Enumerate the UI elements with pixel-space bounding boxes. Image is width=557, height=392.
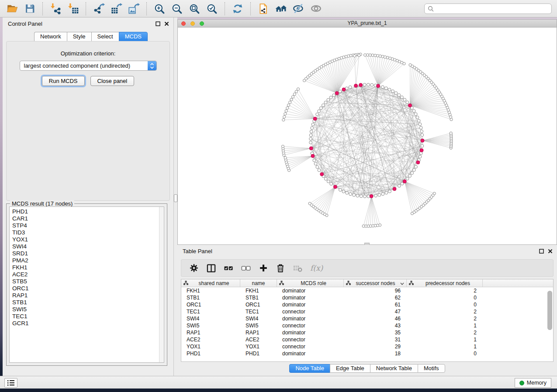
table-row[interactable]: ORC1ORC1dominator610: [181, 301, 553, 308]
tab-mcds[interactable]: MCDS: [119, 32, 148, 41]
zoom-selected-icon[interactable]: [205, 2, 219, 15]
zoom-in-icon[interactable]: [152, 2, 166, 15]
deselect-all-icon[interactable]: [241, 263, 251, 273]
search-box: [424, 3, 552, 14]
export-image-icon[interactable]: [127, 2, 141, 15]
window-zoom-icon[interactable]: [200, 21, 204, 26]
table-row[interactable]: SWI4SWI4dominator462: [181, 315, 553, 322]
float-panel-icon[interactable]: [539, 248, 544, 255]
table-cell: 96: [344, 288, 407, 294]
tab-network-table[interactable]: Network Table: [370, 364, 418, 373]
table-cell: 61: [344, 302, 407, 308]
show-eye-icon[interactable]: [309, 2, 323, 15]
export-network-icon[interactable]: [92, 2, 106, 15]
zoom-fit-icon[interactable]: [187, 2, 201, 15]
list-item[interactable]: PHD1: [12, 208, 164, 215]
home-icon[interactable]: [274, 2, 288, 15]
tab-node-table[interactable]: Node Table: [289, 364, 330, 373]
table-row[interactable]: YOX1YOX1connector291: [181, 343, 553, 350]
import-network-icon[interactable]: [48, 2, 62, 15]
list-item[interactable]: YOX1: [12, 236, 164, 243]
table-row[interactable]: FKH1FKH1dominator962: [181, 287, 553, 294]
gear-icon[interactable]: [189, 263, 199, 273]
splitter-handle[interactable]: [174, 194, 177, 202]
float-panel-icon[interactable]: [156, 21, 160, 28]
function-builder-icon[interactable]: f(x): [310, 264, 323, 272]
network-window-titlebar[interactable]: YPA_prune.txt_1: [178, 20, 557, 28]
export-table-icon[interactable]: [109, 2, 123, 15]
table-row[interactable]: RAP1RAP1dominator352: [181, 329, 553, 336]
task-history-button[interactable]: [4, 378, 17, 388]
search-input[interactable]: [436, 6, 548, 12]
column-header-name[interactable]: name: [240, 279, 277, 287]
tab-edge-table[interactable]: Edge Table: [330, 364, 370, 373]
optimization-criterion-select[interactable]: largest connected component (undirected): [20, 61, 157, 71]
split-columns-icon[interactable]: [206, 263, 216, 273]
scrollbar-thumb[interactable]: [547, 291, 552, 330]
delete-table-icon[interactable]: [293, 263, 303, 273]
close-panel-icon[interactable]: [548, 248, 553, 255]
column-header-shared-name[interactable]: shared name: [181, 279, 240, 287]
tab-network[interactable]: Network: [34, 32, 67, 41]
list-item[interactable]: ACE2: [12, 271, 164, 278]
table-row[interactable]: ACE2ACE2connector311: [181, 336, 553, 343]
mcds-list-scrollbar[interactable]: [159, 207, 164, 362]
hide-eye-icon[interactable]: [291, 2, 305, 15]
run-mcds-button[interactable]: Run MCDS: [42, 76, 85, 86]
table-row[interactable]: STB1STB1dominator620: [181, 294, 553, 301]
list-item[interactable]: FKH1: [12, 264, 164, 271]
list-item[interactable]: TID3: [12, 229, 164, 236]
zoom-out-icon[interactable]: [170, 2, 184, 15]
delete-column-icon[interactable]: [276, 263, 285, 273]
list-item[interactable]: STB5: [12, 278, 164, 285]
panel-splitter[interactable]: [174, 17, 177, 376]
memory-button[interactable]: Memory: [515, 378, 551, 388]
refresh-icon[interactable]: [231, 2, 245, 15]
add-column-icon[interactable]: [259, 263, 268, 273]
table-tabs: Node TableEdge TableNetwork TableMotifs: [177, 364, 557, 373]
list-item[interactable]: CAR1: [12, 215, 164, 222]
tab-style[interactable]: Style: [67, 32, 91, 41]
list-item[interactable]: SRD1: [12, 250, 164, 257]
table-cell: connector: [277, 323, 344, 329]
table-cell: dominator: [277, 302, 344, 308]
table-cell: PHD1: [181, 351, 240, 357]
network-window: YPA_prune.txt_1: [177, 19, 557, 245]
table-cell: 1: [407, 337, 483, 343]
select-all-icon[interactable]: [224, 263, 234, 273]
tab-motifs[interactable]: Motifs: [418, 364, 445, 373]
table-cell: 62: [344, 295, 407, 301]
list-item[interactable]: STP4: [12, 222, 164, 229]
list-item[interactable]: ORC1: [12, 285, 164, 292]
save-icon[interactable]: [23, 2, 37, 15]
table-row[interactable]: TEC1TEC1connector472: [181, 308, 553, 315]
window-minimize-icon[interactable]: [190, 21, 195, 26]
list-item[interactable]: PMA2: [12, 257, 164, 264]
list-item[interactable]: GCR1: [12, 320, 164, 327]
toolbar-separator: [250, 2, 251, 15]
share-document-icon[interactable]: [256, 2, 270, 15]
list-item[interactable]: TEC1: [12, 313, 164, 320]
close-panel-button[interactable]: Close panel: [90, 76, 135, 86]
table-row[interactable]: PHD1PHD1dominator180: [181, 350, 553, 357]
open-folder-icon[interactable]: [5, 2, 19, 15]
column-header-MCDS-role[interactable]: MCDS role: [277, 279, 344, 287]
table-cell: RAP1: [240, 330, 277, 336]
tab-select[interactable]: Select: [91, 32, 119, 41]
table-cell: dominator: [277, 330, 344, 336]
import-table-icon[interactable]: [66, 2, 80, 15]
table-row[interactable]: SWI5SWI5connector431: [181, 322, 553, 329]
column-header-successor-nodes[interactable]: successor nodes: [344, 279, 407, 287]
window-close-icon[interactable]: [181, 21, 186, 26]
table-cell: SWI5: [181, 323, 240, 329]
table-scrollbar[interactable]: [547, 289, 552, 359]
list-item[interactable]: SWI4: [12, 243, 164, 250]
column-header-predecessor-nodes[interactable]: predecessor nodes: [407, 279, 483, 287]
list-item[interactable]: SWI5: [12, 306, 164, 313]
mcds-result-list[interactable]: PHD1CAR1STP4TID3YOX1SWI4SRD1PMA2FKH1ACE2…: [9, 206, 164, 363]
list-item[interactable]: STB1: [12, 299, 164, 306]
close-panel-icon[interactable]: [164, 21, 169, 28]
list-item[interactable]: RAP1: [12, 292, 164, 299]
control-panel: Control Panel NetworkStyleSelectMCDS Opt…: [3, 17, 174, 376]
network-canvas[interactable]: [178, 28, 557, 244]
